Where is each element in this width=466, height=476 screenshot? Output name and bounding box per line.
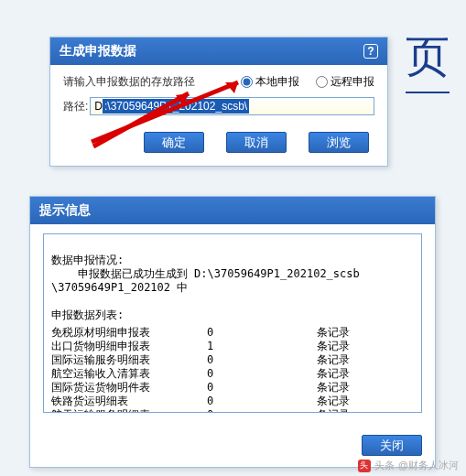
report-count: 0 <box>207 408 317 413</box>
dialog-body: 数据申报情况: 申报数据已成功生成到 D:\37059649P1_202102_… <box>30 224 435 426</box>
table-row: 国际货运货物明件表0条记录 <box>51 381 414 395</box>
path-input-selection: :\37059649P1_202102_scsb\ <box>103 99 249 114</box>
dialog-title: 提示信息 <box>39 202 91 219</box>
help-icon[interactable]: ? <box>363 44 378 59</box>
radio-local-input[interactable] <box>241 76 253 88</box>
table-row: 免税原材明细申报表0条记录 <box>51 326 414 340</box>
radio-local[interactable]: 本地申报 <box>241 74 299 90</box>
radio-remote-label: 远程申报 <box>331 74 374 90</box>
message-dialog: 提示信息 数据申报情况: 申报数据已成功生成到 D:\37059649P1_20… <box>29 196 436 468</box>
dialog-title: 生成申报数据 <box>60 43 136 60</box>
report-name: 免税原材明细申报表 <box>51 326 207 340</box>
report-unit: 条记录 <box>317 381 414 395</box>
dialog-body: 请输入申报数据的存放路径 本地申报 远程申报 路径: D:\37059649P1… <box>50 65 387 166</box>
radio-local-label: 本地申报 <box>255 74 299 90</box>
watermark-prefix: 头条 <box>374 459 395 472</box>
report-unit: 条记录 <box>317 353 414 367</box>
report-name: 航天运输服务明细表 <box>51 408 207 413</box>
path-hint-label: 请输入申报数据的存放路径 <box>63 74 241 90</box>
dialog-header: 生成申报数据 ? <box>50 38 387 65</box>
report-name: 出口货物明细申报表 <box>51 340 207 353</box>
table-row: 航天运输服务明细表0条记录 <box>51 408 414 413</box>
report-count: 0 <box>207 367 317 381</box>
report-count: 1 <box>207 340 317 353</box>
report-unit: 条记录 <box>317 395 414 408</box>
table-row: 出口货物明细申报表1条记录 <box>51 340 414 353</box>
info-textbox: 数据申报情况: 申报数据已成功生成到 D:\37059649P1_202102_… <box>43 233 422 413</box>
report-count: 0 <box>207 353 317 367</box>
watermark-author: @财务人冰河 <box>398 459 459 472</box>
radio-remote-input[interactable] <box>316 76 328 88</box>
info-list-header: 申报数据列表: <box>51 308 124 321</box>
report-name: 国际货运货物明件表 <box>51 381 207 395</box>
watermark-logo-icon: 头 <box>358 460 371 472</box>
path-input[interactable]: D:\37059649P1_202102_scsb\ <box>90 97 374 115</box>
info-line: 数据申报情况: <box>51 254 124 266</box>
report-unit: 条记录 <box>317 408 414 413</box>
generate-declaration-dialog: 生成申报数据 ? 请输入申报数据的存放路径 本地申报 远程申报 路径: D:\3… <box>49 37 388 167</box>
report-list: 免税原材明细申报表0条记录出口货物明细申报表1条记录国际运输服务明细表0条记录航… <box>51 326 414 413</box>
report-name: 航空运输收入清算表 <box>51 367 207 381</box>
path-label: 路径: <box>63 99 88 114</box>
report-count: 0 <box>207 381 317 395</box>
table-row: 航空运输收入清算表0条记录 <box>51 367 414 381</box>
watermark: 头 头条 @财务人冰河 <box>358 459 459 472</box>
declare-mode-radio-group: 本地申报 远程申报 <box>241 74 374 90</box>
ok-button[interactable]: 确定 <box>144 132 204 153</box>
browse-button[interactable]: 浏览 <box>309 132 369 153</box>
report-count: 0 <box>207 395 317 408</box>
page-heading-fragment: 页 <box>406 27 450 93</box>
info-line: 申报数据已成功生成到 D:\37059649P1_202102_scsb <box>51 267 360 280</box>
table-row: 国际运输服务明细表0条记录 <box>51 353 414 367</box>
close-button[interactable]: 关闭 <box>362 435 422 456</box>
table-row: 铁路货运明细表0条记录 <box>51 395 414 408</box>
report-unit: 条记录 <box>317 340 414 353</box>
report-unit: 条记录 <box>317 367 414 381</box>
radio-remote[interactable]: 远程申报 <box>316 74 374 90</box>
cancel-button[interactable]: 取消 <box>226 132 287 153</box>
path-input-prefix: D <box>94 100 103 113</box>
info-line: \37059649P1_202102 中 <box>51 281 188 294</box>
dialog-header: 提示信息 <box>30 197 435 224</box>
report-name: 国际运输服务明细表 <box>51 353 207 367</box>
report-unit: 条记录 <box>317 326 414 340</box>
report-name: 铁路货运明细表 <box>51 395 207 408</box>
report-count: 0 <box>207 326 317 340</box>
